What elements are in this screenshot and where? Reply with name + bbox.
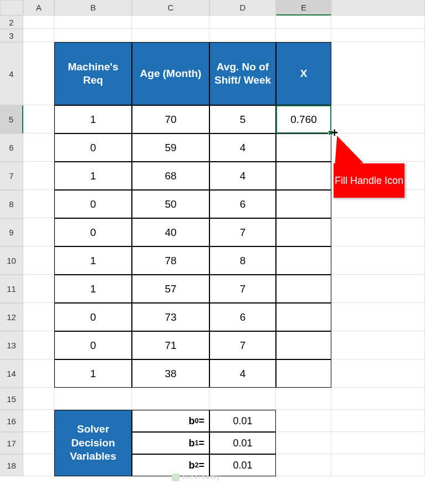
cell-D8[interactable]: 6 xyxy=(209,190,276,218)
cell-B2[interactable] xyxy=(54,16,132,29)
cell-A13[interactable] xyxy=(23,331,54,359)
cell-D6[interactable]: 4 xyxy=(209,133,276,162)
row-header-6[interactable]: 6 xyxy=(0,133,23,162)
cell-B5[interactable]: 1 xyxy=(54,105,132,133)
cell-E15[interactable] xyxy=(276,388,331,410)
col-header-D[interactable]: D xyxy=(209,0,276,16)
cell-F16[interactable] xyxy=(331,410,425,432)
cell-E16[interactable] xyxy=(276,410,331,432)
cell-E3[interactable] xyxy=(276,29,331,42)
cell-F13[interactable] xyxy=(331,331,425,359)
cell-F2[interactable] xyxy=(331,16,425,29)
cell-B10[interactable]: 1 xyxy=(54,246,132,275)
cell-D11[interactable]: 7 xyxy=(209,275,276,303)
th-age[interactable]: Age (Month) xyxy=(132,42,209,105)
row-header-12[interactable]: 12 xyxy=(0,303,23,331)
cell-D15[interactable] xyxy=(209,388,276,410)
cell-F9[interactable] xyxy=(331,218,425,246)
cell-A11[interactable] xyxy=(23,275,54,303)
cell-B6[interactable]: 0 xyxy=(54,133,132,162)
cell-C5[interactable]: 70 xyxy=(132,105,209,133)
cell-C7[interactable]: 68 xyxy=(132,162,209,190)
cell-C12[interactable]: 73 xyxy=(132,303,209,331)
cell-A7[interactable] xyxy=(23,162,54,190)
cell-D10[interactable]: 8 xyxy=(209,246,276,275)
cell-A10[interactable] xyxy=(23,246,54,275)
cell-F5[interactable] xyxy=(331,105,425,133)
col-header-E[interactable]: E xyxy=(276,0,331,16)
cell-E2[interactable] xyxy=(276,16,331,29)
row-header-17[interactable]: 17 xyxy=(0,432,23,454)
row-header-8[interactable]: 8 xyxy=(0,190,23,218)
cell-E11[interactable] xyxy=(276,275,331,303)
cell-A17[interactable] xyxy=(23,432,54,454)
cell-C3[interactable] xyxy=(132,29,209,42)
cell-A16[interactable] xyxy=(23,410,54,432)
cell-D9[interactable]: 7 xyxy=(209,218,276,246)
cell-E7[interactable] xyxy=(276,162,331,190)
cell-B15[interactable] xyxy=(54,388,132,410)
cell-B11[interactable]: 1 xyxy=(54,275,132,303)
cell-F4[interactable] xyxy=(331,42,425,105)
cell-B12[interactable]: 0 xyxy=(54,303,132,331)
cell-E9[interactable] xyxy=(276,218,331,246)
cell-D7[interactable]: 4 xyxy=(209,162,276,190)
th-x[interactable]: X xyxy=(276,42,331,105)
cell-E13[interactable] xyxy=(276,331,331,359)
cell-E8[interactable] xyxy=(276,190,331,218)
cell-E14[interactable] xyxy=(276,359,331,388)
solver-b1-label[interactable]: b1 = xyxy=(132,432,209,454)
cell-A14[interactable] xyxy=(23,359,54,388)
row-header-7[interactable]: 7 xyxy=(0,162,23,190)
row-header-2[interactable]: 2 xyxy=(0,16,23,29)
cell-A4[interactable] xyxy=(23,42,54,105)
cell-C2[interactable] xyxy=(132,16,209,29)
cell-D2[interactable] xyxy=(209,16,276,29)
row-header-9[interactable]: 9 xyxy=(0,218,23,246)
cell-B13[interactable]: 0 xyxy=(54,331,132,359)
row-header-11[interactable]: 11 xyxy=(0,275,23,303)
col-header-blank[interactable] xyxy=(331,0,425,16)
cell-B8[interactable]: 0 xyxy=(54,190,132,218)
solver-title[interactable]: Solver Decision Variables xyxy=(54,410,132,476)
solver-b0-value[interactable]: 0.01 xyxy=(209,410,276,432)
cell-F18[interactable] xyxy=(331,454,425,476)
row-header-18[interactable]: 18 xyxy=(0,454,23,476)
cell-C9[interactable]: 40 xyxy=(132,218,209,246)
col-header-C[interactable]: C xyxy=(132,0,209,16)
row-header-16[interactable]: 16 xyxy=(0,410,23,432)
row-header-10[interactable]: 10 xyxy=(0,246,23,275)
cell-A12[interactable] xyxy=(23,303,54,331)
cell-A18[interactable] xyxy=(23,454,54,476)
th-machines-req[interactable]: Machine's Req xyxy=(54,42,132,105)
cell-E6[interactable] xyxy=(276,133,331,162)
cell-A6[interactable] xyxy=(23,133,54,162)
cell-C8[interactable]: 50 xyxy=(132,190,209,218)
cell-C6[interactable]: 59 xyxy=(132,133,209,162)
cell-D3[interactable] xyxy=(209,29,276,42)
col-header-B[interactable]: B xyxy=(54,0,132,16)
cell-E18[interactable] xyxy=(276,454,331,476)
cell-C13[interactable]: 71 xyxy=(132,331,209,359)
row-header-14[interactable]: 14 xyxy=(0,359,23,388)
cell-F11[interactable] xyxy=(331,275,425,303)
cell-C10[interactable]: 78 xyxy=(132,246,209,275)
solver-b2-label[interactable]: b2 = xyxy=(132,454,209,476)
cell-F14[interactable] xyxy=(331,359,425,388)
cell-A2[interactable] xyxy=(23,16,54,29)
row-header-13[interactable]: 13 xyxy=(0,331,23,359)
cell-A3[interactable] xyxy=(23,29,54,42)
row-header-4[interactable]: 4 xyxy=(0,42,23,105)
row-header-15[interactable]: 15 xyxy=(0,388,23,410)
cell-F17[interactable] xyxy=(331,432,425,454)
cell-C15[interactable] xyxy=(132,388,209,410)
cell-E17[interactable] xyxy=(276,432,331,454)
select-all-corner[interactable] xyxy=(0,0,23,16)
cell-B7[interactable]: 1 xyxy=(54,162,132,190)
solver-b0-label[interactable]: b0 = xyxy=(132,410,209,432)
row-header-5[interactable]: 5 xyxy=(0,105,23,133)
cell-D13[interactable]: 7 xyxy=(209,331,276,359)
cell-B14[interactable]: 1 xyxy=(54,359,132,388)
cell-F3[interactable] xyxy=(331,29,425,42)
cell-E10[interactable] xyxy=(276,246,331,275)
